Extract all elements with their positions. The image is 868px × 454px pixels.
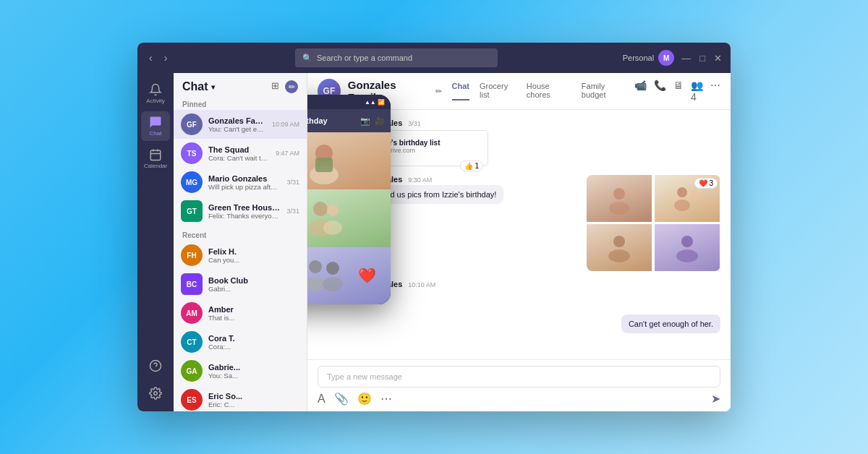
title-bar-left: ‹ ›	[146, 51, 170, 65]
chat-list-header: Chat ▾ ⊞ ✏	[174, 73, 307, 98]
photo-4[interactable]	[655, 224, 720, 271]
amber-info: Amber That is...	[208, 305, 299, 322]
back-button[interactable]: ‹	[146, 51, 156, 65]
chat-item-pta[interactable]: GT Green Tree House PTA Felix: Thanks ev…	[174, 197, 307, 226]
chat-item-squad[interactable]: TS The Squad Cora: Can't wait to see eve…	[174, 139, 307, 168]
gabriel-info: Gabrie... You: Sa...	[208, 363, 299, 380]
cora-info: Cora T. Cora:...	[208, 334, 299, 351]
screen-share-icon[interactable]: 🖥	[673, 80, 684, 103]
attach-icon[interactable]: 📎	[334, 392, 349, 406]
heart-reaction: ❤️	[358, 267, 376, 284]
gonzales-family-info: Gonzales Family You: Can't get enough of…	[208, 116, 266, 133]
chat-item-felix[interactable]: FH Felix H. Can you...	[174, 241, 307, 270]
svg-point-19	[313, 202, 328, 216]
chat-item-cora[interactable]: CT Cora T. Cora:...	[174, 327, 307, 356]
edit-chat-icon[interactable]: ✏	[435, 87, 442, 96]
sidebar-item-activity[interactable]: Activity	[141, 79, 170, 108]
svg-point-13	[608, 249, 630, 262]
reaction-badge-1[interactable]: 👍 1	[460, 160, 483, 171]
video-call-icon[interactable]: 📹	[634, 80, 647, 103]
window-controls: — □ ✕	[681, 53, 722, 64]
sidebar-item-chat[interactable]: Chat	[141, 111, 170, 141]
svg-point-26	[323, 277, 343, 291]
person-3	[307, 247, 391, 304]
book-club-avatar: BC	[181, 273, 203, 295]
svg-point-6	[154, 392, 158, 395]
tab-grocery[interactable]: Grocery list	[480, 82, 516, 100]
recent-label: Recent	[174, 228, 307, 241]
video-row-1: Felix H.	[307, 132, 391, 189]
chat-header-icons: ⊞ ✏	[271, 80, 298, 93]
cora-avatar: CT	[181, 331, 203, 353]
book-club-info: Book Club Gabri...	[208, 276, 299, 293]
svg-point-8	[609, 202, 629, 215]
emoji-icon[interactable]: 🙂	[357, 392, 372, 406]
sidebar-bottom	[141, 355, 170, 411]
chat-header-actions: 📹 📞 🖥 👥4 ⋯	[634, 80, 720, 103]
phone-chat-header: ‹ Izzie's Birthday 📷 🎥	[307, 109, 391, 132]
msg-bubble-4: Can't get enough of her.	[621, 314, 720, 333]
forward-button[interactable]: ›	[161, 51, 171, 65]
svg-point-21	[327, 205, 339, 216]
new-chat-icon[interactable]: ✏	[285, 80, 298, 93]
pta-info: Green Tree House PTA Felix: Thanks every…	[208, 203, 281, 220]
svg-rect-18	[315, 158, 333, 172]
message-input[interactable]: Type a new message	[318, 366, 720, 387]
felix-info: Felix H. Can you...	[208, 247, 299, 264]
user-avatar[interactable]: M	[658, 50, 674, 66]
chat-item-eric[interactable]: ES Eric So... Eric: C...	[174, 385, 307, 411]
chat-panel-title: Chat ▾	[182, 80, 215, 93]
more-tools-icon[interactable]: ⋯	[380, 392, 392, 406]
filter-icon[interactable]: ⊞	[271, 80, 279, 93]
photo-reaction[interactable]: ❤️ 3	[694, 178, 718, 189]
maximize-button[interactable]: □	[699, 53, 705, 64]
more-options-icon[interactable]: ⋯	[710, 80, 720, 103]
phone-status-icons: ▲▲ 📶	[365, 99, 385, 106]
format-icon[interactable]: A	[318, 393, 326, 406]
input-toolbar: A 📎 🙂 ⋯ ➤	[318, 392, 720, 406]
photos-grid: ❤️ 3	[587, 175, 720, 271]
person-2	[307, 189, 391, 247]
squad-avatar: TS	[181, 142, 203, 164]
phone-status-bar: 10:10 ▲▲ 📶	[307, 95, 391, 109]
svg-point-25	[326, 262, 339, 275]
amber-avatar: AM	[181, 302, 203, 324]
sidebar-label-activity: Activity	[146, 98, 164, 104]
person-1	[307, 132, 391, 189]
tab-chat[interactable]: Chat	[452, 82, 469, 100]
phone-overlay: 10:10 ▲▲ 📶 ‹ Izzie's Birthday 📷 🎥	[307, 95, 391, 304]
sidebar-label-calendar: Calendar	[144, 163, 167, 169]
tab-chores[interactable]: House chores	[527, 82, 571, 100]
chat-item-gabriel[interactable]: GA Gabrie... You: Sa...	[174, 356, 307, 385]
mario-info: Mario Gonzales Will pick up pizza after …	[208, 174, 281, 191]
chat-item-book-club[interactable]: BC Book Club Gabri...	[174, 270, 307, 299]
close-button[interactable]: ✕	[714, 53, 722, 64]
title-bar: ‹ › 🔍 Search or type a command Personal …	[137, 43, 731, 73]
sidebar-item-help[interactable]	[141, 355, 170, 377]
photo-1[interactable]	[587, 175, 652, 222]
msg-content-4: Can't get enough of her.	[621, 314, 720, 333]
sidebar-label-chat: Chat	[150, 130, 162, 137]
participants-icon[interactable]: 👥4	[691, 80, 703, 103]
phone-camera-icon[interactable]: 📷	[360, 116, 370, 126]
chat-item-mario[interactable]: MG Mario Gonzales Will pick up pizza aft…	[174, 168, 307, 197]
gonzales-family-avatar: GF	[181, 113, 203, 135]
send-button[interactable]: ➤	[711, 392, 720, 406]
chat-input-area: Type a new message A 📎 🙂 ⋯ ➤	[307, 359, 731, 411]
audio-call-icon[interactable]: 📞	[654, 80, 666, 103]
chat-main: GF Gonzales Family ✏ Chat Grocery list H…	[307, 73, 731, 411]
chat-item-amber[interactable]: AM Amber That is...	[174, 299, 307, 327]
chat-tabs: Chat Grocery list House chores Family bu…	[452, 82, 627, 100]
chat-item-gonzales-family[interactable]: GF Gonzales Family You: Can't get enough…	[174, 110, 307, 139]
sidebar-item-settings[interactable]	[141, 382, 170, 404]
eric-info: Eric So... Eric: C...	[208, 392, 299, 408]
chat-dropdown-icon[interactable]: ▾	[211, 83, 215, 91]
phone-video-icon[interactable]: 🎥	[375, 116, 385, 126]
search-bar[interactable]: 🔍 Search or type a command	[295, 48, 498, 67]
photo-3[interactable]	[587, 224, 652, 271]
squad-info: The Squad Cora: Can't wait to see everyo…	[208, 145, 270, 162]
sidebar-item-calendar[interactable]: Calendar	[141, 144, 170, 174]
minimize-button[interactable]: —	[681, 53, 691, 64]
app-window: ‹ › 🔍 Search or type a command Personal …	[137, 43, 731, 411]
tab-budget[interactable]: Family budget	[582, 82, 627, 100]
